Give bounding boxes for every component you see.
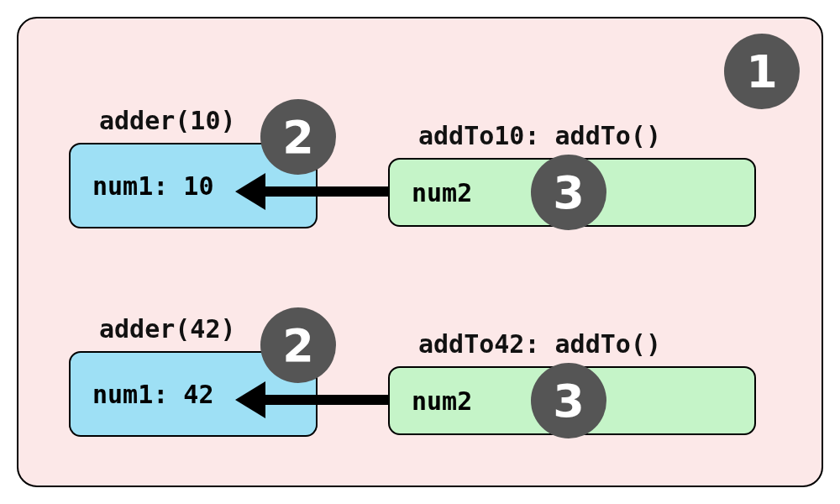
- adder-scope-badge-2: 2: [260, 307, 336, 383]
- addto-scope-badge-1: 3: [531, 155, 606, 230]
- adder-scope-label-2: adder(42): [99, 314, 236, 344]
- adder-scope-badge-1: 2: [260, 99, 336, 175]
- addto-scope-label-1: addTo10: addTo(): [418, 121, 661, 150]
- adder-scope-label-1: adder(10): [99, 106, 236, 135]
- adder-scope-content-1: num1: 10: [92, 171, 214, 201]
- outer-scope-badge: 1: [724, 34, 800, 109]
- addto-scope-badge-2: 3: [531, 363, 606, 438]
- addto-scope-content-1: num2: [412, 178, 472, 207]
- addto-scope-label-2: addTo42: addTo(): [418, 329, 661, 359]
- closure-diagram-container: 1 adder(10) num1: 10 2 addTo10: addTo() …: [17, 17, 823, 487]
- adder-scope-content-2: num1: 42: [92, 380, 214, 409]
- addto-scope-content-2: num2: [412, 386, 472, 416]
